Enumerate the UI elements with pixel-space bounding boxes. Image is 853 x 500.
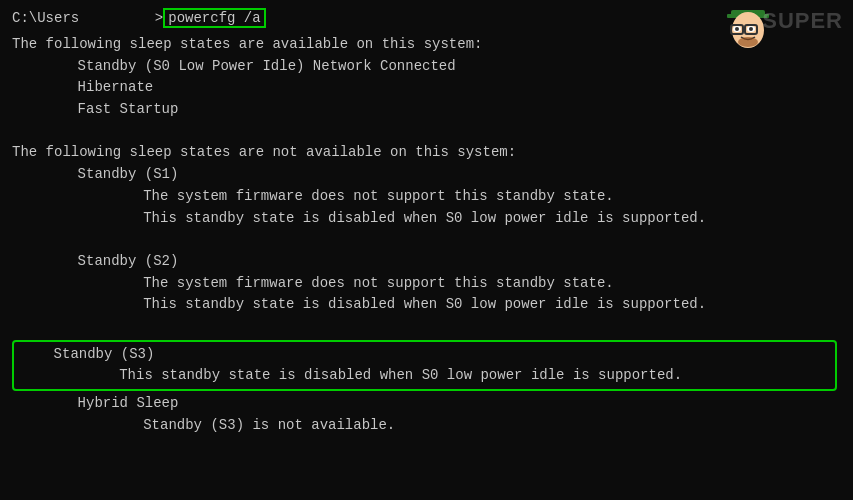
prompt-line: C:\Users > powercfg /a <box>12 8 841 28</box>
standby-s3-name: Standby (S3) <box>20 344 829 366</box>
standby-s2-reason1: The system firmware does not support thi… <box>12 273 841 295</box>
standby-s2-name: Standby (S2) <box>12 251 841 273</box>
standby-s3-highlighted-block: Standby (S3) This standby state is disab… <box>12 340 837 391</box>
terminal-output: The following sleep states are available… <box>12 34 841 436</box>
svg-point-10 <box>738 37 758 47</box>
available-state-1: Hibernate <box>12 77 841 99</box>
terminal-window: C:\Users > powercfg /a SUPER <box>0 0 853 500</box>
command-text: powercfg /a <box>163 8 265 28</box>
unavailable-header: The following sleep states are not avail… <box>12 142 841 164</box>
standby-s2-reason2: This standby state is disabled when S0 l… <box>12 294 841 316</box>
svg-point-8 <box>735 27 739 31</box>
available-state-2: Fast Startup <box>12 99 841 121</box>
standby-s1-reason2: This standby state is disabled when S0 l… <box>12 208 841 230</box>
svg-point-9 <box>749 27 753 31</box>
standby-s1-name: Standby (S1) <box>12 164 841 186</box>
watermark-text: SUPER <box>762 8 843 34</box>
standby-s1-reason1: The system firmware does not support thi… <box>12 186 841 208</box>
available-state-0: Standby (S0 Low Power Idle) Network Conn… <box>12 56 841 78</box>
prompt-path: C:\Users > <box>12 10 163 26</box>
hybrid-sleep-name: Hybrid Sleep <box>12 393 841 415</box>
available-header: The following sleep states are available… <box>12 34 841 56</box>
hybrid-sleep-reason1: Standby (S3) is not available. <box>12 415 841 437</box>
standby-s3-reason1: This standby state is disabled when S0 l… <box>20 365 829 387</box>
